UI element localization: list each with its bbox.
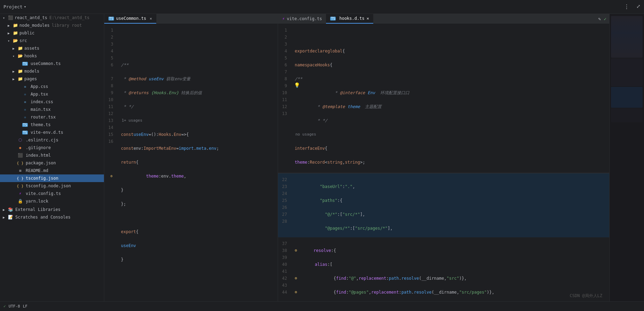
bottom-bar: ✓ UTF-8 LF bbox=[0, 301, 644, 311]
arrow-icon: ▶ bbox=[3, 215, 8, 219]
root-folder-icon: ⬛ bbox=[8, 15, 13, 20]
sidebar-label: External Libraries bbox=[15, 207, 60, 212]
scratch-icon: 📝 bbox=[8, 215, 13, 220]
sidebar-item-eslintrc[interactable]: ⬡ .eslintrc.cjs bbox=[0, 136, 104, 144]
tab-label: useCommon.ts bbox=[116, 16, 146, 21]
right-code-panel: ⚡ vite.config.ts TS hooks.d.ts ✕ ✎ ✓ bbox=[278, 14, 609, 301]
sidebar-item-tsconfig-json[interactable]: { } tsconfig.json bbox=[0, 174, 104, 182]
sidebar-item-usecommon[interactable]: TS useCommon.ts bbox=[0, 60, 104, 67]
json-icon: { } bbox=[17, 176, 23, 181]
sidebar-item-package-json[interactable]: { } package.json bbox=[0, 159, 104, 167]
sidebar-item-theme-ts[interactable]: TS theme.ts bbox=[0, 121, 104, 129]
right-top-code[interactable]: export declare global{ namespace Hooks {… bbox=[292, 24, 609, 173]
folder-icon: 📁 bbox=[13, 23, 18, 28]
sidebar-label: Scratches and Consoles bbox=[15, 215, 71, 220]
right-bottom-code-editor[interactable]: 22232425 262728 "baseUrl": ".", "paths":… bbox=[278, 173, 609, 237]
tab-label: vite.config.ts bbox=[287, 16, 322, 21]
editors-container: TS useCommon.ts ✕ 1234 567 891011 121314… bbox=[104, 14, 644, 301]
main-layout: ▾ ⬛ react_antd_ts E:\react_antd_ts ▶ 📁 n… bbox=[0, 14, 644, 301]
watermark: CSDN @局外人LZ bbox=[570, 293, 602, 299]
sidebar-item-public[interactable]: ▶ 📁 public bbox=[0, 29, 104, 37]
left-editor-tabs: TS useCommon.ts ✕ bbox=[104, 14, 278, 24]
sidebar-label: README.md bbox=[26, 168, 48, 173]
sidebar-label: router.tsx bbox=[31, 115, 56, 120]
tab-vite-config[interactable]: ⚡ vite.config.ts bbox=[278, 14, 326, 24]
vite-config-code[interactable]: ⚙ resolve: { alias: [ ⚙ {find: "@", repl… bbox=[292, 237, 609, 301]
sidebar-item-main-tsx[interactable]: ⚛ main.tsx bbox=[0, 106, 104, 113]
sidebar-item-gitignore[interactable]: ◆ .gitignore bbox=[0, 144, 104, 152]
sidebar-item-yarn-lock[interactable]: 🔒 yarn.lock bbox=[0, 197, 104, 205]
ts-file-icon: TS bbox=[22, 62, 28, 66]
ts-file-icon: TS bbox=[22, 131, 28, 134]
sidebar-label: node_modules bbox=[19, 23, 50, 28]
editor-area: TS useCommon.ts ✕ 1234 567 891011 121314… bbox=[104, 14, 644, 301]
vite-config-code-editor[interactable]: 37383940 41424344 ⚙ resolve: { alias: [ … bbox=[278, 237, 609, 301]
json-icon: { } bbox=[17, 184, 23, 188]
left-code-content[interactable]: /** * @method useEnv 获取env变量 * @returns … bbox=[118, 24, 278, 301]
folder-icon: 📁 bbox=[17, 76, 23, 81]
sidebar-item-pages[interactable]: ▶ 📁 pages bbox=[0, 75, 104, 83]
html-icon: ⬛ bbox=[17, 153, 23, 158]
tab-close-button[interactable]: ✕ bbox=[150, 16, 152, 21]
folder-open-icon: 📂 bbox=[17, 54, 23, 58]
right-bottom-line-numbers: 22232425 262728 bbox=[278, 173, 292, 237]
sidebar-label: public bbox=[19, 31, 34, 35]
sidebar-label: theme.ts bbox=[31, 122, 51, 127]
sidebar-item-index-css[interactable]: ≡ index.css bbox=[0, 98, 104, 106]
tab-close-button[interactable]: ✕ bbox=[367, 16, 369, 21]
pencil-icon[interactable]: ✎ bbox=[598, 16, 601, 22]
more-options-icon[interactable]: ⋮ bbox=[624, 3, 629, 10]
tab-usecommon-ts[interactable]: TS useCommon.ts ✕ bbox=[104, 14, 156, 24]
json-icon: { } bbox=[17, 161, 23, 165]
sidebar-label: vite.config.ts bbox=[26, 191, 61, 196]
right-bottom-code[interactable]: "baseUrl": ".", "paths": { "@/*": ["src/… bbox=[292, 173, 609, 237]
yarn-icon: 🔒 bbox=[17, 199, 23, 204]
check-icon[interactable]: ✓ bbox=[604, 16, 606, 22]
sidebar-item-scratches[interactable]: ▶ 📝 Scratches and Consoles bbox=[0, 213, 104, 221]
sidebar-item-app-css[interactable]: ≡ App.css bbox=[0, 83, 104, 90]
ts-file-icon: TS bbox=[22, 123, 28, 127]
left-code-editor[interactable]: 1234 567 891011 1213141516 /** * @method… bbox=[104, 24, 278, 301]
sidebar-item-hooks[interactable]: ▾ 📂 hooks bbox=[0, 52, 104, 60]
sidebar-item-app-tsx[interactable]: ⚛ App.tsx bbox=[0, 90, 104, 98]
chevron-down-icon: ▾ bbox=[24, 5, 26, 9]
sidebar-label: tsconfig.json bbox=[26, 176, 58, 181]
expand-icon[interactable]: ⤢ bbox=[636, 3, 641, 10]
folder-icon: 📁 bbox=[17, 46, 23, 51]
left-line-numbers: 1234 567 891011 1213141516 bbox=[104, 24, 118, 301]
vite-tab-icon: ⚡ bbox=[282, 16, 285, 21]
sidebar-item-tsconfig-node-json[interactable]: { } tsconfig.node.json bbox=[0, 182, 104, 190]
sidebar-item-vite-config[interactable]: ⚡ vite.config.ts bbox=[0, 190, 104, 197]
arrow-icon: ▶ bbox=[13, 69, 17, 73]
sidebar-label: src bbox=[19, 38, 27, 43]
sidebar-item-readme[interactable]: ≡ README.md bbox=[0, 167, 104, 174]
sidebar-label: .gitignore bbox=[26, 145, 51, 150]
arrow-icon: ▶ bbox=[13, 77, 17, 81]
ts-tab-icon: TS bbox=[330, 17, 336, 21]
sidebar-item-models[interactable]: ▶ 📁 models bbox=[0, 67, 104, 75]
sidebar-item-vite-env-dts[interactable]: TS vite-env.d.ts bbox=[0, 129, 104, 136]
sidebar-label: App.tsx bbox=[31, 92, 48, 97]
sidebar-item-assets[interactable]: ▶ 📁 assets bbox=[0, 44, 104, 52]
right-top-code-editor[interactable]: 1234 5678 910111213 export declare globa… bbox=[278, 24, 609, 173]
eslint-icon: ⬡ bbox=[17, 138, 23, 142]
folder-icon: 📁 bbox=[17, 69, 23, 74]
left-code-panel: TS useCommon.ts ✕ 1234 567 891011 121314… bbox=[104, 14, 278, 301]
sidebar-item-index-html[interactable]: ⬛ index.html bbox=[0, 152, 104, 159]
css-file-icon: ≡ bbox=[22, 100, 28, 104]
sidebar-root[interactable]: ▾ ⬛ react_antd_ts E:\react_antd_ts bbox=[0, 14, 104, 22]
sidebar-item-external-libs[interactable]: ▶ 📚 External Libraries bbox=[0, 206, 104, 213]
sidebar-label: yarn.lock bbox=[26, 199, 48, 204]
minimap[interactable] bbox=[609, 14, 644, 301]
line-ending: LF bbox=[23, 304, 27, 309]
sidebar-label: index.html bbox=[26, 153, 51, 158]
sidebar-label: vite-env.d.ts bbox=[31, 130, 63, 135]
sidebar-item-router-tsx[interactable]: ⚛ router.tsx bbox=[0, 113, 104, 121]
tab-hooks-dts[interactable]: TS hooks.d.ts ✕ bbox=[326, 14, 373, 24]
sidebar-sublabel: library root bbox=[52, 23, 82, 28]
project-title[interactable]: Project ▾ bbox=[3, 4, 26, 9]
sidebar-item-src[interactable]: ▾ 📂 src bbox=[0, 37, 104, 44]
sidebar-label: App.css bbox=[31, 84, 48, 89]
sidebar-item-node-modules[interactable]: ▶ 📁 node_modules library root bbox=[0, 22, 104, 29]
arrow-icon: ▾ bbox=[13, 54, 17, 58]
